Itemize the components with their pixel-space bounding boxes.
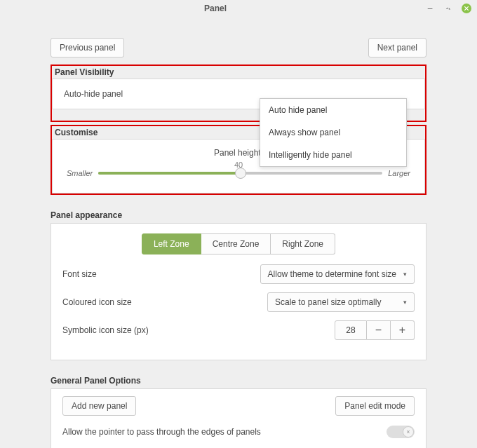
stepper-decrement[interactable]: − [367,320,391,340]
tab-centre-zone[interactable]: Centre Zone [201,233,271,254]
font-size-label: Font size [62,269,97,279]
minimize-button[interactable]: – [425,4,435,13]
close-button[interactable] [462,4,471,13]
maximize-button[interactable] [443,4,453,13]
symbolic-icon-size-label: Symbolic icon size (px) [62,325,149,335]
window-controls: – [425,4,471,13]
option-intelligent-hide[interactable]: Intelligently hide panel [260,144,406,166]
panel-appearance-header: Panel appearance [51,208,426,223]
previous-panel-button[interactable]: Previous panel [51,38,124,57]
caret-down-icon: ▾ [403,271,407,278]
next-panel-button[interactable]: Next panel [368,38,426,57]
slider-min-label: Smaller [67,169,93,177]
option-auto-hide[interactable]: Auto hide panel [260,99,406,121]
option-always-show[interactable]: Always show panel [260,121,406,144]
panel-edit-mode-button[interactable]: Panel edit mode [335,396,415,416]
coloured-icon-size-select[interactable]: Scale to panel size optimally ▾ [267,292,415,312]
general-options-card: Add new panel Panel edit mode Allow the … [51,388,426,448]
toggle-knob: × [403,426,414,437]
font-size-value: Allow theme to determine font size [268,269,396,279]
slider-thumb[interactable] [235,168,246,179]
coloured-icon-size-value: Scale to panel size optimally [275,297,381,307]
panel-height-slider[interactable] [98,166,382,180]
visibility-dropdown[interactable]: Auto hide panel Always show panel Intell… [260,98,407,167]
coloured-icon-size-label: Coloured icon size [62,297,132,307]
stepper-increment[interactable]: + [391,320,415,340]
slider-max-label: Larger [388,169,410,177]
general-options-header: General Panel Options [51,373,426,388]
tab-right-zone[interactable]: Right Zone [271,233,335,254]
pointer-passthrough-label: Allow the pointer to pass through the ed… [62,427,261,437]
tab-left-zone[interactable]: Left Zone [142,233,201,254]
auto-hide-panel-label: Auto-hide panel [64,89,123,99]
pointer-passthrough-toggle[interactable]: × [387,426,415,438]
symbolic-icon-size-value: 28 [335,320,367,340]
font-size-select[interactable]: Allow theme to determine font size ▾ [260,264,415,284]
titlebar: Panel – [0,0,477,17]
caret-down-icon: ▾ [403,299,407,306]
zone-tabs: Left Zone Centre Zone Right Zone [62,233,415,254]
panel-appearance-card: Left Zone Centre Zone Right Zone Font si… [51,223,426,360]
add-new-panel-button[interactable]: Add new panel [62,396,136,416]
window-title: Panel [6,4,425,13]
symbolic-icon-size-stepper[interactable]: 28 − + [335,320,415,340]
panel-visibility-header: Panel Visibility [52,66,425,79]
